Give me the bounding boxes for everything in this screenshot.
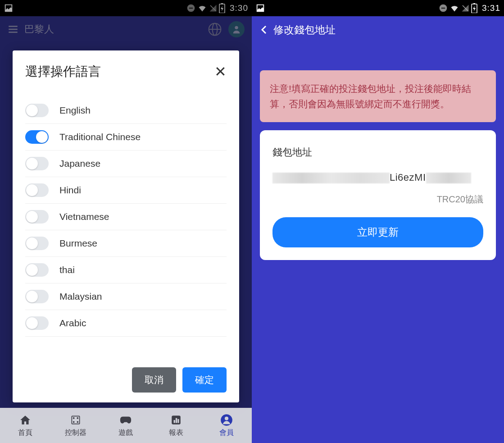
language-row[interactable]: thai xyxy=(25,257,227,283)
ok-button[interactable]: 確定 xyxy=(182,367,227,393)
page-title: 修改錢包地址 xyxy=(273,23,336,37)
language-label: Malaysian xyxy=(59,291,102,302)
nav-item-game[interactable]: 遊戲 xyxy=(101,408,151,443)
language-label: English xyxy=(59,105,91,116)
language-row[interactable]: Burmese xyxy=(25,230,227,257)
game-icon xyxy=(119,414,132,426)
dnd-icon xyxy=(439,4,448,13)
svg-rect-19 xyxy=(176,418,177,423)
language-row[interactable]: Malaysian xyxy=(25,283,227,310)
nav-item-controller[interactable]: 控制器 xyxy=(50,408,101,443)
language-label: thai xyxy=(59,265,75,275)
language-row[interactable]: Japanese xyxy=(25,151,227,177)
update-button[interactable]: 立即更新 xyxy=(272,217,483,247)
nav-label: 控制器 xyxy=(65,428,86,438)
status-time: 3:31 xyxy=(482,3,500,13)
nav-item-chart[interactable]: 報表 xyxy=(151,408,201,443)
svg-point-15 xyxy=(73,421,74,422)
language-toggle[interactable] xyxy=(25,157,49,170)
language-row[interactable]: Hindi xyxy=(25,177,227,204)
home-icon xyxy=(19,414,32,426)
language-label: Japanese xyxy=(59,158,100,169)
page-header: 修改錢包地址 xyxy=(252,16,504,43)
warning-box: 注意!填寫正確的投注錢包地址，投注後能即時結算，否則會因為無賬號綁定而不進行開獎… xyxy=(260,70,496,122)
nav-item-home[interactable]: 首頁 xyxy=(0,408,50,443)
picture-icon xyxy=(255,3,265,13)
signal-icon xyxy=(461,4,469,12)
language-label: Burmese xyxy=(59,238,97,249)
nav-label: 會員 xyxy=(219,428,234,438)
svg-rect-24 xyxy=(441,8,445,9)
language-label: Traditional Chinese xyxy=(59,132,141,142)
svg-point-22 xyxy=(225,416,228,420)
battery-icon xyxy=(471,3,477,13)
nav-label: 首頁 xyxy=(18,428,32,438)
svg-rect-20 xyxy=(178,419,179,423)
language-modal: 選擇操作語言 ✕ EnglishTraditional ChineseJapan… xyxy=(13,50,239,402)
svg-point-16 xyxy=(77,421,78,422)
language-row[interactable]: English xyxy=(25,97,227,124)
language-label: Hindi xyxy=(59,185,81,196)
cancel-button[interactable]: 取消 xyxy=(132,367,176,393)
language-toggle[interactable] xyxy=(25,263,49,277)
svg-point-13 xyxy=(73,417,74,418)
svg-rect-12 xyxy=(72,416,79,424)
bottom-nav: 首頁控制器遊戲報表會員 xyxy=(0,408,252,443)
language-row[interactable]: Vietnamese xyxy=(25,204,227,230)
svg-point-14 xyxy=(77,417,78,418)
language-toggle[interactable] xyxy=(25,316,49,330)
language-toggle[interactable] xyxy=(25,183,49,197)
language-toggle[interactable] xyxy=(25,210,49,224)
svg-rect-18 xyxy=(174,420,175,423)
language-toggle[interactable] xyxy=(25,290,49,303)
language-toggle[interactable] xyxy=(25,104,49,117)
wallet-label: 錢包地址 xyxy=(272,146,483,159)
nav-item-member[interactable]: 會員 xyxy=(201,408,252,443)
nav-label: 遊戲 xyxy=(118,428,133,438)
language-label: Vietnamese xyxy=(59,211,109,222)
close-icon[interactable]: ✕ xyxy=(214,64,227,79)
protocol-label: TRC20協議 xyxy=(272,193,483,206)
member-icon xyxy=(220,414,233,426)
svg-rect-27 xyxy=(473,3,475,4)
language-toggle[interactable] xyxy=(25,237,49,250)
nav-label: 報表 xyxy=(169,428,183,438)
language-label: Arabic xyxy=(59,318,86,329)
wifi-icon xyxy=(450,4,459,13)
wallet-address: Li6ezMI xyxy=(272,172,483,183)
language-toggle[interactable] xyxy=(25,130,49,144)
controller-icon xyxy=(69,414,82,426)
status-bar: 3:31 xyxy=(252,0,504,16)
language-row[interactable]: Traditional Chinese xyxy=(25,124,227,151)
language-list: EnglishTraditional ChineseJapaneseHindiV… xyxy=(13,97,239,357)
back-icon[interactable] xyxy=(259,24,270,35)
chart-icon xyxy=(170,414,182,426)
wallet-card: 錢包地址 Li6ezMI TRC20協議 立即更新 xyxy=(260,130,496,260)
modal-title: 選擇操作語言 xyxy=(25,63,101,80)
language-row[interactable]: Arabic xyxy=(25,310,227,337)
